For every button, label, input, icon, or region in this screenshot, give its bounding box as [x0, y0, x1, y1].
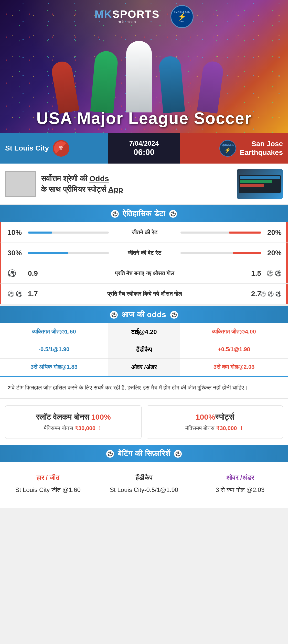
- stats-container: 10% जीतने की रेट 20% 30%: [0, 222, 288, 304]
- stat-right-2: 20%: [261, 249, 282, 257]
- odds-center-3: ओवर /अंडर: [108, 359, 180, 376]
- promo-line2: के साथ प्रीमियर स्पोर्ट्स App: [41, 185, 123, 193]
- bet-type-over: ओवर /अंडर: [197, 474, 283, 482]
- stat-label-3: प्रति मैच बनाए गए औसत गोल: [41, 270, 248, 277]
- hero-players: [29, 31, 259, 112]
- odds-left-2[interactable]: -0.5/1@1.90: [0, 341, 108, 358]
- sj-badge-inner: QUAKES ⚡: [222, 143, 234, 153]
- betting-ball-left: ⚽: [106, 450, 114, 458]
- red-sidebar-1: [286, 222, 288, 243]
- odds-left-value-1[interactable]: व्यक्तिगत जीत@1.60: [32, 328, 76, 335]
- odds-center-2: हैंडीकैप: [108, 341, 180, 358]
- stat-row-goals-conceded: ⚽ ⚽ 1.7 प्रति मैच स्वीकार किये गये औसत ग…: [0, 284, 288, 304]
- player2: [90, 50, 119, 113]
- player4: [158, 55, 185, 113]
- mk-sports-text: MKSPORTS: [94, 9, 159, 20]
- stat-fill-right-1: [229, 232, 261, 234]
- odds-right-value-1[interactable]: व्यक्तिगत जीत@4.00: [212, 328, 256, 335]
- bonus-card-slot[interactable]: स्लॉट वेलकम बोनस 100% मैक्सिमम बोनस ₹30,…: [5, 405, 142, 439]
- stat-bar-area-right-2: [180, 252, 261, 254]
- ball-blue-2: ⚽: [7, 291, 14, 297]
- odds-right-2[interactable]: +0.5/1@1.98: [180, 341, 288, 358]
- hero-banner: MKSPORTS mk.com EMPOLI F.C. ⚡ 1920 USA M…: [0, 0, 288, 133]
- bonus-slot-text: स्लॉट वेलकम बोनस: [36, 413, 91, 421]
- mk-text: MK: [94, 8, 112, 20]
- odds-header: ⚽ आज की odds ⚽: [0, 306, 288, 323]
- bonus-sports-amount: ₹30,000 ！: [216, 425, 244, 431]
- red-sidebar-2: [286, 243, 288, 263]
- match-bar: St Louis City CITYSC 7/04/2024 06:00 QUA…: [0, 133, 288, 164]
- betting-ball-right: ⚽: [174, 450, 182, 458]
- promo-banner[interactable]: सर्वोत्तम श्रेणी की Odds के साथ प्रीमियर…: [0, 164, 288, 205]
- stat-left-4: 1.7: [28, 290, 41, 298]
- ball-blue-3: ⚽: [16, 291, 23, 297]
- ball-red-1: ⚽: [266, 270, 273, 277]
- sports-text: SPORTS: [112, 8, 160, 20]
- odds-row-2[interactable]: -0.5/1@1.90 हैंडीकैप +0.5/1@1.98: [0, 341, 288, 359]
- bet-type-hj: हार / जीत: [5, 474, 91, 482]
- odds-row-1[interactable]: व्यक्तिगत जीत@1.60 टाई@4.20 व्यक्तिगत जी…: [0, 323, 288, 341]
- bonus-sports-text: स्पोर्ट्स: [215, 413, 234, 421]
- stat-row-bet-rate: 30% जीतने की बेट रेट 20%: [0, 243, 288, 263]
- match-time: 06:00: [134, 147, 155, 157]
- ball-red-3: ⚽: [260, 291, 266, 297]
- sj-logo-icon: ⚡: [222, 147, 234, 153]
- match-center: 7/04/2024 06:00: [108, 133, 180, 164]
- stat-label-4: प्रति मैच स्वीकार किये गये औसत गोल: [41, 291, 248, 297]
- bet-rec-handicap: St Louis City-0.5/1@1.90: [101, 486, 187, 494]
- bonus-slot-amount: ₹30,000 ！: [75, 425, 103, 431]
- historical-ball-left: ⚽: [111, 210, 119, 218]
- bet-type-handicap: हैंडीकैप: [101, 474, 187, 482]
- stat-right-3: 1.5: [248, 269, 261, 278]
- odds-ball-left: ⚽: [110, 311, 118, 319]
- historical-section: ⚽ ऐतिहासिक डेटा ⚽ 10% जीतने की रेट 20%: [0, 205, 288, 304]
- odds-right-1[interactable]: व्यक्तिगत जीत@4.00: [180, 323, 288, 341]
- odds-right-3[interactable]: 3से कम गोल@2.03: [180, 359, 288, 376]
- odds-right-value-2[interactable]: +0.5/1@1.98: [218, 346, 250, 352]
- home-team-name: St Louis City: [5, 144, 49, 152]
- ball-blue-1: ⚽: [7, 269, 16, 278]
- mk-domain: mk.com: [118, 20, 137, 24]
- empoli-ef-icon: ⚡: [177, 13, 186, 20]
- odds-left-1[interactable]: व्यक्तिगत जीत@1.60: [0, 323, 108, 341]
- app-row-2: [240, 180, 272, 183]
- odds-grid-container: व्यक्तिगत जीत@1.60 टाई@4.20 व्यक्तिगत जी…: [0, 323, 288, 376]
- bonus-card-sports[interactable]: 100%स्पोर्ट्स मैक्सिमम बोनस ₹30,000 ！: [147, 405, 283, 439]
- bet-rec-over: 3 से कम गोल @2.03: [197, 486, 283, 494]
- app-row-3: [240, 184, 264, 187]
- odds-ball-right: ⚽: [170, 311, 178, 319]
- player5: [197, 60, 224, 113]
- description-section: अवे टीम फिलहाल जीत हासिल करने के लिए संघ…: [0, 376, 288, 398]
- odds-row-3[interactable]: 3से अधिक गोल@1.83 ओवर /अंडर 3से कम गोल@2…: [0, 359, 288, 376]
- player3: [126, 41, 152, 112]
- odds-title: आज की odds: [122, 310, 166, 319]
- description-text: अवे टीम फिलहाल जीत हासिल करने के लिए संघ…: [8, 383, 280, 392]
- odds-right-value-3[interactable]: 3से कम गोल@2.03: [214, 364, 255, 370]
- home-team-badge: CITYSC: [53, 140, 69, 157]
- historical-ball-right: ⚽: [169, 210, 177, 218]
- stat-right-1: 20%: [261, 228, 282, 237]
- empoli-badge: EMPOLI F.C. ⚡ 1920: [170, 5, 194, 28]
- odds-center-1: टाई@4.20: [108, 323, 180, 341]
- odds-left-value-2[interactable]: -0.5/1@1.90: [39, 346, 70, 352]
- empoli-year: 1920: [180, 20, 184, 23]
- bet-grid: हार / जीत St Louis City जीत @1.60 हैंडीक…: [0, 462, 288, 508]
- odds-left-3[interactable]: 3से अधिक गोल@1.83: [0, 359, 108, 376]
- stat-left-2: 30%: [7, 249, 28, 257]
- stat-fill-right-2: [233, 252, 261, 254]
- odds-left-value-3[interactable]: 3से अधिक गोल@1.83: [30, 364, 78, 370]
- match-date: 7/04/2024: [129, 140, 159, 147]
- odds-highlight: Odds: [89, 174, 109, 183]
- ball-red-2: ⚽: [275, 270, 282, 277]
- bet-col-over: ओवर /अंडर 3 से कम गोल @2.03: [192, 467, 288, 501]
- stat-bar-area-right-1: [180, 232, 261, 234]
- stat-label-2: जीतने की बेट रेट: [109, 250, 180, 256]
- red-sidebar-3: [286, 263, 288, 283]
- bet-col-handicap: हैंडीकैप St Louis City-0.5/1@1.90: [96, 467, 192, 501]
- bonus-slot-subtitle: मैक्सिमम बोनस ₹30,000 ！: [10, 424, 136, 432]
- stat-bar-left-1: [28, 232, 109, 234]
- bet-col-hj: हार / जीत St Louis City जीत @1.60: [0, 467, 96, 501]
- app-mockup: [237, 169, 283, 199]
- stat-bar-right-1: [180, 232, 261, 234]
- bet-rec-hj: St Louis City जीत @1.60: [5, 486, 91, 494]
